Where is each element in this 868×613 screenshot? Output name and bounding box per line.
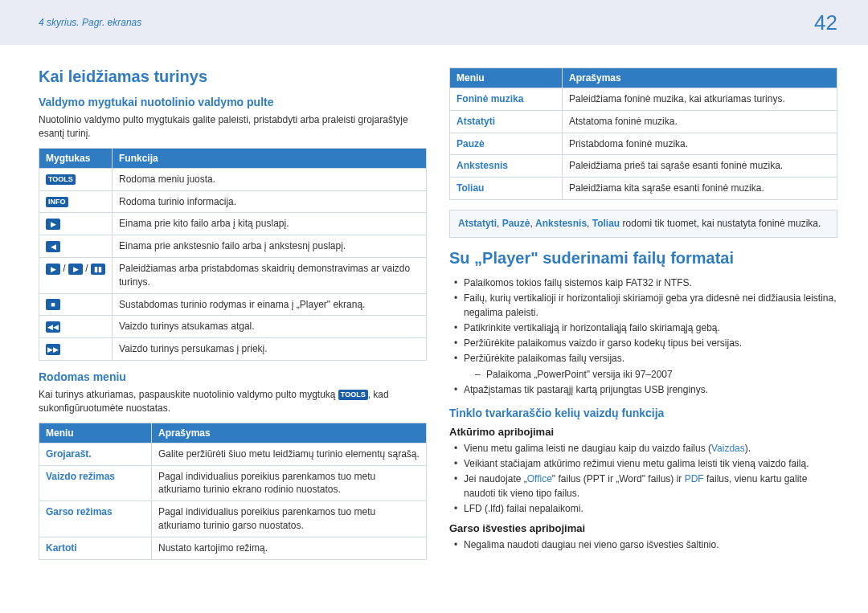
heading-playback: Kai leidžiamas turinys — [39, 67, 427, 86]
menu-key: Kartoti — [39, 537, 152, 559]
remote-button-icon: ◀◀ — [46, 321, 60, 333]
th-function: Funkcija — [113, 148, 427, 168]
bg-music-table: Meniu Aprašymas Foninė muzikaPaleidžiama… — [449, 67, 837, 200]
function-cell: Einama prie ankstesnio failo arba į anks… — [113, 235, 427, 258]
remote-button-icon: ◀ — [46, 241, 60, 252]
list-item: Patikrinkite vertikaliąją ir horizontali… — [452, 321, 837, 335]
menu-desc-cell: Paleidžiama prieš tai sąraše esanti foni… — [563, 155, 837, 178]
left-column: Kai leidžiamas turinys Valdymo mygtukai … — [39, 67, 427, 570]
menu-key: Foninė muzika — [450, 88, 563, 111]
list-item: Negalima naudoti daugiau nei vieno garso… — [452, 537, 837, 552]
th-menu-r: Meniu — [450, 68, 563, 88]
page-header: 4 skyrius. Pagr. ekranas 42 — [0, 0, 868, 45]
page-content: Kai leidžiamas turinys Valdymo mygtukai … — [0, 45, 868, 570]
remote-desc: Nuotolinio valdymo pulto mygtukais galit… — [39, 113, 427, 141]
tools-badge: TOOLS — [46, 174, 76, 185]
menu-table: Meniu Aprašymas Grojarašt.Galite peržiūr… — [39, 423, 427, 560]
remote-button-icon: ▶ — [68, 264, 83, 275]
menu-desc-cell: Atstatoma foninė muzika. — [563, 110, 837, 133]
button-cell: ■ — [39, 293, 113, 316]
menu-key: Pauzė — [450, 133, 563, 155]
menu-key: Vaizdo režimas — [39, 465, 152, 501]
th-menu: Meniu — [39, 423, 152, 443]
subheading-remote-buttons: Valdymo mygtukai nuotolinio valdymo pult… — [39, 96, 427, 108]
button-cell: INFO — [39, 190, 113, 213]
menu-desc-cell: Galite peržiūrėti šiuo metu leidžiamų tu… — [152, 443, 427, 465]
list-item: Peržiūrėkite palaikomus vaizdo ir garso … — [452, 336, 837, 350]
remote-button-icon: ▮▮ — [91, 264, 105, 275]
button-cell: ▶▶ — [39, 338, 113, 361]
function-cell: Rodoma turinio informacija. — [113, 190, 427, 213]
subheading-network: Tinklo tvarkaraščio kelių vaizdų funkcij… — [449, 407, 837, 419]
remote-button-icon: ▶ — [46, 264, 60, 275]
menu-desc-cell: Pristabdoma foninė muzika. — [563, 133, 837, 155]
subheading-audio-limits: Garso išvesties apribojimai — [449, 522, 837, 534]
list-item: LFD (.lfd) failai nepalaikomi. — [452, 501, 837, 516]
list-item: Palaikoma „PowerPoint" versija iki 97–20… — [475, 367, 837, 382]
button-cell: ◀ — [39, 235, 113, 258]
breadcrumb: 4 skyrius. Pagr. ekranas — [39, 17, 141, 28]
button-cell: ▶ — [39, 213, 113, 235]
function-cell: Einama prie kito failo arba į kitą pusla… — [113, 213, 427, 235]
menu-key: Grojarašt. — [39, 443, 152, 465]
note-box: Atstatyti, Pauzė, Ankstesnis, Toliau rod… — [449, 210, 837, 238]
menu-desc-cell: Paleidžiama foninė muzika, kai atkuriama… — [563, 88, 837, 111]
menu-desc-cell: Paleidžiama kita sąraše esanti foninė mu… — [563, 178, 837, 200]
remote-buttons-table: Mygtukas Funkcija TOOLSRodoma meniu juos… — [39, 148, 427, 361]
heading-formats: Su „Player" suderinami failų formatai — [449, 249, 837, 268]
subheading-menu-shown: Rodomas meniu — [39, 370, 427, 383]
function-cell: Paleidžiamas arba pristabdomas skaidrių … — [113, 257, 427, 293]
menu-key: Ankstesnis — [450, 155, 563, 178]
menu-desc-cell: Nustato kartojimo režimą. — [152, 537, 427, 559]
th-desc: Aprašymas — [152, 423, 427, 443]
function-cell: Rodoma meniu juosta. — [113, 168, 427, 190]
tools-badge: TOOLS — [338, 390, 368, 400]
button-cell: ▶ / ▶ / ▮▮ — [39, 257, 113, 293]
menu-key: Atstatyti — [450, 110, 563, 133]
menu-desc: Kai turinys atkuriamas, paspauskite nuot… — [39, 388, 427, 416]
remote-button-icon: ▶ — [46, 219, 60, 230]
remote-button-icon: ■ — [46, 299, 60, 310]
list-item: Vienu metu galima leisti ne daugiau kaip… — [452, 441, 837, 456]
formats-list: Palaikomos tokios failų sistemos kaip FA… — [449, 276, 837, 397]
function-cell: Sustabdomas turinio rodymas ir einama į … — [113, 293, 427, 316]
list-item: Palaikomos tokios failų sistemos kaip FA… — [452, 276, 837, 290]
button-cell: TOOLS — [39, 168, 113, 190]
right-column: Meniu Aprašymas Foninė muzikaPaleidžiama… — [449, 67, 837, 570]
info-badge: INFO — [46, 197, 68, 207]
list-item: Peržiūrėkite palaikomas failų versijas.P… — [452, 351, 837, 382]
menu-desc-cell: Pagal individualius poreikius parenkamos… — [152, 465, 427, 501]
playback-limits-list: Vienu metu galima leisti ne daugiau kaip… — [449, 441, 837, 516]
function-cell: Vaizdo turinys persukamas į priekį. — [113, 338, 427, 361]
menu-desc-cell: Pagal individualius poreikius parenkamos… — [152, 501, 427, 537]
function-cell: Vaizdo turinys atsukamas atgal. — [113, 316, 427, 338]
button-cell: ◀◀ — [39, 316, 113, 338]
audio-limits-list: Negalima naudoti daugiau nei vieno garso… — [449, 537, 837, 552]
th-desc-r: Aprašymas — [563, 68, 837, 88]
list-item: Jei naudojate „Office" failus (PPT ir „W… — [452, 472, 837, 501]
page-number: 42 — [814, 10, 837, 35]
list-item: Atpažįstamas tik pastarąjį kartą prijung… — [452, 382, 837, 397]
list-item: Failų, kurių vertikalioji ir horizontali… — [452, 291, 837, 320]
list-item: Veikiant stačiajam atkūrimo režimui vien… — [452, 456, 837, 471]
menu-key: Toliau — [450, 178, 563, 200]
remote-button-icon: ▶▶ — [46, 344, 60, 355]
th-button: Mygtukas — [39, 148, 113, 168]
menu-key: Garso režimas — [39, 501, 152, 537]
subheading-playback-limits: Atkūrimo apribojimai — [449, 426, 837, 438]
